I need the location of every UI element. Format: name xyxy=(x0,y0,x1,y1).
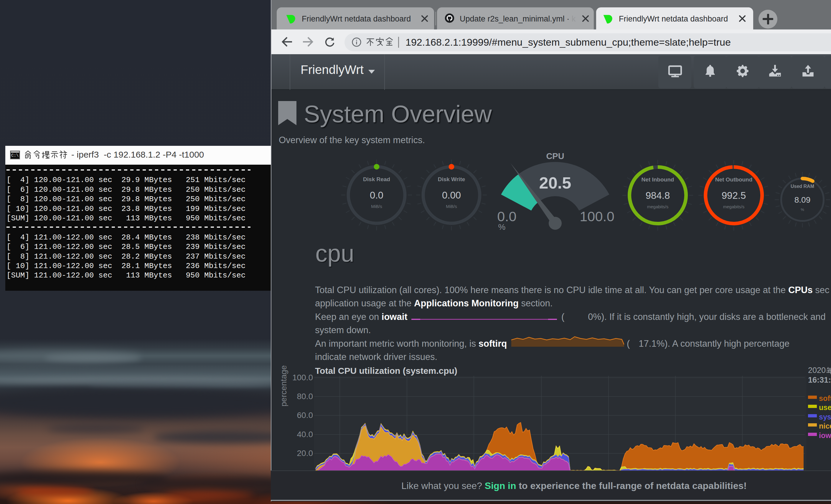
svg-text:%: % xyxy=(498,223,506,232)
svg-text:%: % xyxy=(801,207,804,212)
svg-text:20.5: 20.5 xyxy=(539,174,571,192)
svg-text:992.5: 992.5 xyxy=(722,190,746,201)
svg-text:megabits/s: megabits/s xyxy=(723,204,745,209)
svg-text:Net Inbound: Net Inbound xyxy=(641,176,674,183)
svg-text:MiB/s: MiB/s xyxy=(371,204,382,209)
svg-text:8.09: 8.09 xyxy=(795,195,811,204)
svg-text:0.0: 0.0 xyxy=(497,209,516,224)
svg-text:984.8: 984.8 xyxy=(646,190,670,201)
svg-text:megabits/s: megabits/s xyxy=(647,204,669,209)
svg-text:MiB/s: MiB/s xyxy=(446,204,457,209)
svg-text:0.00: 0.00 xyxy=(442,190,461,201)
svg-text:100.0: 100.0 xyxy=(580,209,614,224)
svg-text:Used RAM: Used RAM xyxy=(791,184,814,189)
svg-text:Disk Write: Disk Write xyxy=(438,176,465,182)
svg-text:Net Outbound: Net Outbound xyxy=(715,176,753,183)
svg-text:Disk Read: Disk Read xyxy=(363,176,390,182)
svg-text:CPU: CPU xyxy=(546,151,564,161)
svg-text:0.0: 0.0 xyxy=(370,190,383,201)
